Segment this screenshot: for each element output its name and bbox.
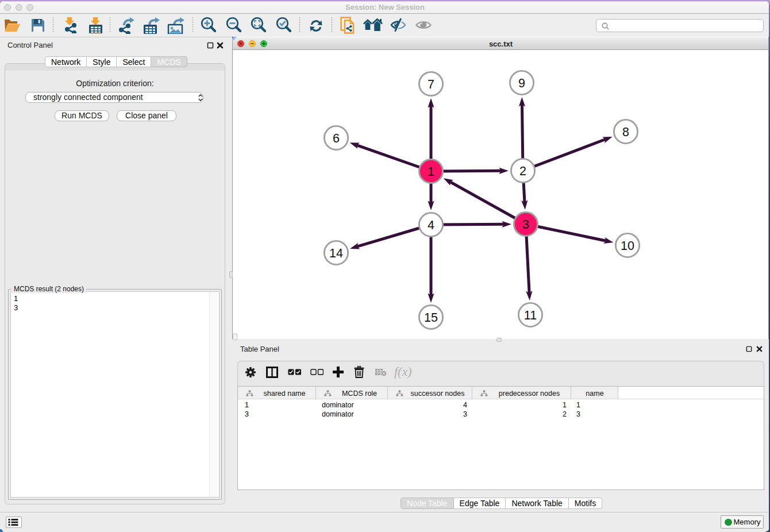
- svg-text:9: 9: [518, 76, 525, 90]
- svg-text:8: 8: [622, 125, 629, 139]
- svg-text:14: 14: [329, 246, 343, 260]
- svg-text:10: 10: [621, 239, 634, 253]
- svg-text:15: 15: [424, 311, 438, 325]
- svg-text:6: 6: [333, 132, 340, 145]
- svg-text:3: 3: [522, 218, 529, 232]
- svg-text:11: 11: [524, 309, 537, 322]
- svg-text:2: 2: [519, 164, 526, 178]
- svg-text:1: 1: [428, 165, 434, 179]
- svg-text:4: 4: [428, 218, 434, 232]
- svg-text:7: 7: [428, 78, 434, 91]
